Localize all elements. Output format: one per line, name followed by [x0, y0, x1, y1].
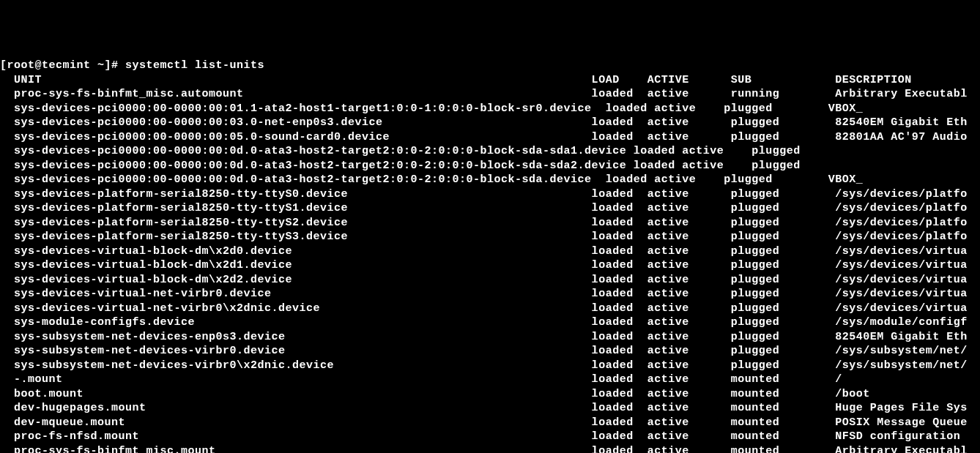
terminal-line: proc-fs-nfsd.mount loaded active mounted…: [0, 430, 980, 444]
terminal-line: dev-mqueue.mount loaded active mounted P…: [0, 416, 980, 430]
terminal-line: sys-devices-pci0000:00-0000:00:0d.0-ata3…: [0, 144, 980, 159]
terminal-line: sys-devices-pci0000:00-0000:00:01.1-ata2…: [0, 102, 980, 116]
terminal-line: sys-devices-platform-serial8250-tty-ttyS…: [0, 216, 980, 231]
terminal-line: sys-devices-pci0000:00-0000:00:0d.0-ata3…: [0, 159, 980, 173]
terminal-output: [root@tecmint ~]# systemctl list-units U…: [0, 59, 980, 453]
terminal-line: sys-devices-virtual-net-virbr0\x2dnic.de…: [0, 302, 980, 316]
terminal-line: sys-subsystem-net-devices-enp0s3.device …: [0, 330, 980, 345]
terminal-line: dev-hugepages.mount loaded active mounte…: [0, 401, 980, 416]
terminal-line: boot.mount loaded active mounted /boot: [0, 387, 980, 402]
terminal-line: sys-devices-platform-serial8250-tty-ttyS…: [0, 187, 980, 202]
terminal-line: proc-sys-fs-binfmt_misc.automount loaded…: [0, 87, 980, 102]
terminal-line: sys-subsystem-net-devices-virbr0.device …: [0, 344, 980, 359]
terminal-line: sys-devices-pci0000:00-0000:00:0d.0-ata3…: [0, 173, 980, 187]
terminal-line: sys-devices-virtual-block-dm\x2d1.device…: [0, 258, 980, 273]
terminal-line: -.mount loaded active mounted /: [0, 372, 980, 387]
terminal-line: sys-devices-virtual-block-dm\x2d2.device…: [0, 273, 980, 288]
terminal-line: sys-subsystem-net-devices-virbr0\x2dnic.…: [0, 359, 980, 373]
terminal-line: sys-module-configfs.device loaded active…: [0, 315, 980, 330]
terminal-line: sys-devices-platform-serial8250-tty-ttyS…: [0, 230, 980, 244]
terminal-line: UNIT LOAD ACTIVE SUB DESCRIPTION: [0, 73, 980, 88]
terminal-line: proc-sys-fs-binfmt_misc.mount loaded act…: [0, 444, 980, 454]
terminal-line: sys-devices-platform-serial8250-tty-ttyS…: [0, 201, 980, 216]
terminal-line: sys-devices-virtual-net-virbr0.device lo…: [0, 287, 980, 302]
terminal-line: sys-devices-virtual-block-dm\x2d0.device…: [0, 244, 980, 259]
terminal-line: sys-devices-pci0000:00-0000:00:05.0-soun…: [0, 130, 980, 145]
terminal-line: [root@tecmint ~]# systemctl list-units: [0, 59, 980, 73]
terminal-line: sys-devices-pci0000:00-0000:00:03.0-net-…: [0, 116, 980, 130]
